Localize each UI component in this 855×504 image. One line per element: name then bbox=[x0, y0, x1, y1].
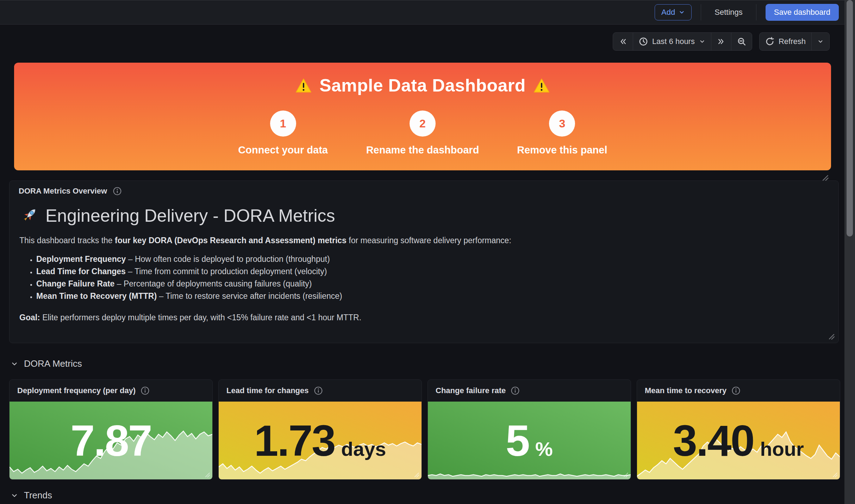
stat-panel-deployment-frequency: Deployment frequency (per day) 7.87 bbox=[9, 379, 213, 480]
stat-body: 3.40 hour bbox=[637, 402, 840, 479]
refresh-icon bbox=[765, 37, 774, 46]
settings-button-label: Settings bbox=[714, 8, 743, 17]
stat-body: 1.73 days bbox=[219, 402, 422, 479]
chevron-down-icon bbox=[699, 38, 705, 45]
section-header-dora-metrics[interactable]: DORA Metrics bbox=[11, 358, 82, 369]
step-label: Remove this panel bbox=[517, 144, 607, 156]
step-number-badge: 3 bbox=[549, 111, 575, 137]
stat-value-row: 7.87 bbox=[10, 402, 212, 479]
chevron-down-icon bbox=[11, 360, 18, 368]
overview-content: Engineering Delivery - DORA Metrics This… bbox=[10, 206, 838, 322]
clock-icon bbox=[639, 37, 648, 46]
section-header-trends[interactable]: Trends bbox=[11, 490, 52, 501]
list-item: Lead Time for Changes – Time from commit… bbox=[36, 265, 829, 278]
panel-header[interactable]: Change failure rate bbox=[428, 380, 631, 402]
top-toolbar: Add Settings Save dashboard bbox=[0, 0, 855, 25]
stat-value: 5 bbox=[506, 416, 529, 466]
warning-icon bbox=[533, 78, 550, 93]
stat-body: 5 % bbox=[428, 402, 631, 479]
warning-icon bbox=[295, 78, 312, 93]
dora-overview-panel: DORA Metrics Overview Engineering Delive… bbox=[9, 181, 839, 343]
refresh-button[interactable]: Refresh bbox=[760, 33, 811, 50]
scrollbar-track[interactable] bbox=[844, 0, 855, 504]
time-controls: Last 6 hours Refresh bbox=[613, 32, 830, 51]
step-number-badge: 1 bbox=[270, 111, 296, 137]
stat-value-row: 5 % bbox=[428, 402, 631, 479]
stat-unit: % bbox=[535, 437, 553, 460]
refresh-button-label: Refresh bbox=[779, 37, 806, 46]
stat-unit: hour bbox=[760, 437, 804, 460]
panel-title: DORA Metrics Overview bbox=[19, 187, 107, 196]
stat-panel-lead-time: Lead time for changes 1.73 days bbox=[218, 379, 422, 480]
list-item: Deployment Frequency – How often code is… bbox=[36, 253, 829, 265]
info-icon[interactable] bbox=[314, 386, 323, 395]
stat-value-row: 1.73 days bbox=[219, 402, 422, 479]
scrollbar-thumb[interactable] bbox=[847, 0, 853, 237]
banner-step-2: 2 Rename the dashboard bbox=[366, 111, 479, 156]
panel-header[interactable]: DORA Metrics Overview bbox=[10, 181, 838, 201]
list-item: Change Failure Rate – Percentage of depl… bbox=[36, 278, 829, 290]
stat-panel-change-failure-rate: Change failure rate 5 % bbox=[427, 379, 631, 480]
overview-heading: Engineering Delivery - DORA Metrics bbox=[19, 206, 829, 226]
list-item: Mean Time to Recovery (MTTR) – Time to r… bbox=[36, 290, 829, 302]
overview-intro: This dashboard tracks the four key DORA … bbox=[19, 236, 829, 245]
banner-title: Sample Data Dashboard bbox=[319, 75, 526, 96]
add-button-label: Add bbox=[661, 8, 675, 17]
add-button[interactable]: Add bbox=[655, 4, 692, 20]
rocket-icon bbox=[19, 206, 38, 225]
panel-header[interactable]: Mean time to recovery bbox=[637, 380, 840, 402]
sample-data-banner-panel: Sample Data Dashboard 1 Connect your dat… bbox=[14, 63, 831, 170]
panel-header[interactable]: Deployment frequency (per day) bbox=[10, 380, 212, 402]
settings-button[interactable]: Settings bbox=[710, 4, 747, 20]
resize-handle[interactable] bbox=[622, 471, 629, 478]
stat-value: 3.40 bbox=[673, 416, 754, 466]
section-title: DORA Metrics bbox=[24, 358, 82, 369]
resize-handle[interactable] bbox=[831, 471, 838, 478]
toolbar-divider bbox=[756, 4, 756, 20]
panel-title: Deployment frequency (per day) bbox=[17, 386, 136, 395]
chevron-down-icon bbox=[11, 492, 18, 499]
resize-handle[interactable] bbox=[412, 471, 420, 478]
overview-goal: Goal: Elite performers deploy multiple t… bbox=[19, 313, 829, 322]
time-range-group: Last 6 hours bbox=[613, 32, 752, 51]
info-icon[interactable] bbox=[511, 386, 520, 395]
zoom-out-icon bbox=[737, 37, 746, 46]
info-icon[interactable] bbox=[731, 386, 741, 395]
stat-value-row: 3.40 hour bbox=[637, 402, 840, 479]
banner-step-3: 3 Remove this panel bbox=[513, 111, 611, 156]
panel-title: Change failure rate bbox=[436, 386, 506, 395]
section-title: Trends bbox=[24, 490, 52, 501]
panel-title: Lead time for changes bbox=[226, 386, 309, 395]
time-shift-back-button[interactable] bbox=[613, 33, 633, 50]
stat-unit: days bbox=[341, 437, 386, 460]
step-label: Rename the dashboard bbox=[366, 144, 479, 156]
resize-handle[interactable] bbox=[826, 332, 836, 341]
time-range-label: Last 6 hours bbox=[652, 37, 695, 46]
save-dashboard-button[interactable]: Save dashboard bbox=[766, 4, 839, 21]
banner-title-row: Sample Data Dashboard bbox=[295, 75, 550, 96]
info-icon[interactable] bbox=[113, 187, 122, 196]
chevron-down-icon bbox=[679, 9, 685, 15]
chevron-down-icon bbox=[817, 38, 824, 45]
step-label: Connect your data bbox=[238, 144, 328, 156]
toolbar-divider bbox=[701, 4, 701, 20]
time-shift-forward-button[interactable] bbox=[711, 33, 731, 50]
banner-step-1: 1 Connect your data bbox=[234, 111, 332, 156]
stat-body: 7.87 bbox=[10, 402, 212, 479]
stat-value: 1.73 bbox=[254, 416, 335, 466]
resize-handle[interactable] bbox=[203, 471, 211, 478]
overview-bullet-list: Deployment Frequency – How often code is… bbox=[19, 253, 829, 302]
info-icon[interactable] bbox=[141, 386, 150, 395]
refresh-group: Refresh bbox=[759, 32, 830, 51]
zoom-out-time-button[interactable] bbox=[731, 33, 752, 50]
overview-heading-text: Engineering Delivery - DORA Metrics bbox=[45, 206, 335, 226]
time-range-picker-button[interactable]: Last 6 hours bbox=[633, 33, 711, 50]
stat-value: 7.87 bbox=[70, 416, 151, 466]
banner-steps: 1 Connect your data 2 Rename the dashboa… bbox=[234, 111, 612, 156]
double-chevron-left-icon bbox=[619, 37, 627, 46]
panel-header[interactable]: Lead time for changes bbox=[219, 380, 422, 402]
stat-panel-mttr: Mean time to recovery 3.40 hour bbox=[637, 379, 840, 480]
save-dashboard-label: Save dashboard bbox=[774, 8, 830, 17]
double-chevron-right-icon bbox=[717, 37, 725, 46]
refresh-interval-dropdown[interactable] bbox=[811, 33, 829, 50]
